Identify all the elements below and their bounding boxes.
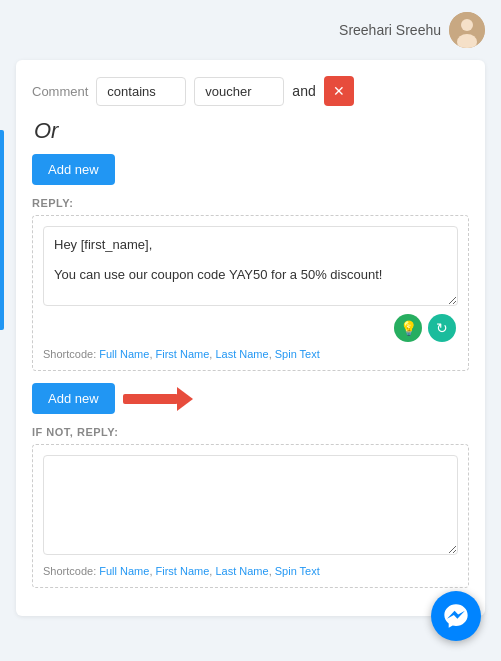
condition-contains-input[interactable] <box>96 77 186 106</box>
close-icon: ✕ <box>333 83 345 99</box>
condition-voucher-input[interactable] <box>194 77 284 106</box>
delete-condition-button[interactable]: ✕ <box>324 76 354 106</box>
bulb-icon[interactable]: 💡 <box>394 314 422 342</box>
user-name: Sreehari Sreehu <box>339 22 441 38</box>
avatar <box>449 12 485 48</box>
editor-toolbar: 💡 ↻ <box>43 314 458 342</box>
add-new-condition-button[interactable]: Add new <box>32 154 115 185</box>
header: Sreehari Sreehu <box>0 0 501 60</box>
if-not-shortcode-lastname-link[interactable]: Last Name <box>215 565 268 577</box>
arrow-pointer <box>123 387 193 411</box>
if-not-section-label: IF NOT, REPLY: <box>32 426 469 438</box>
shortcode-fullname-link[interactable]: Full Name <box>99 348 149 360</box>
condition-row: Comment and ✕ <box>32 76 469 106</box>
left-accent-bar <box>0 130 4 330</box>
add-new-reply-button[interactable]: Add new <box>32 383 115 414</box>
shortcode-lastname-link[interactable]: Last Name <box>215 348 268 360</box>
condition-operator: and <box>292 83 315 99</box>
if-not-shortcode-label: Shortcode: <box>43 565 96 577</box>
or-label: Or <box>34 118 469 144</box>
if-not-shortcode-firstname-link[interactable]: First Name <box>156 565 210 577</box>
condition-label: Comment <box>32 84 88 99</box>
svg-point-1 <box>461 19 473 31</box>
messenger-button[interactable] <box>431 591 481 641</box>
reply-dashed-box: Hey [first_name], You can use our coupon… <box>32 215 469 371</box>
if-not-shortcode-fullname-link[interactable]: Full Name <box>99 565 149 577</box>
add-new-arrow-container: Add new <box>32 383 469 414</box>
reply-textarea[interactable]: Hey [first_name], You can use our coupon… <box>43 226 458 306</box>
spin-icon[interactable]: ↻ <box>428 314 456 342</box>
if-not-shortcode-spintext-link[interactable]: Spin Text <box>275 565 320 577</box>
reply-shortcode-row: Shortcode: Full Name, First Name, Last N… <box>43 348 458 360</box>
shortcode-firstname-link[interactable]: First Name <box>156 348 210 360</box>
main-card: Comment and ✕ Or Add new REPLY: Hey [fir… <box>16 60 485 616</box>
reply-section-label: REPLY: <box>32 197 469 209</box>
if-not-shortcode-row: Shortcode: Full Name, First Name, Last N… <box>43 565 458 577</box>
if-not-textarea[interactable] <box>43 455 458 555</box>
if-not-dashed-box: Shortcode: Full Name, First Name, Last N… <box>32 444 469 588</box>
shortcode-label: Shortcode: <box>43 348 96 360</box>
shortcode-spintext-link[interactable]: Spin Text <box>275 348 320 360</box>
